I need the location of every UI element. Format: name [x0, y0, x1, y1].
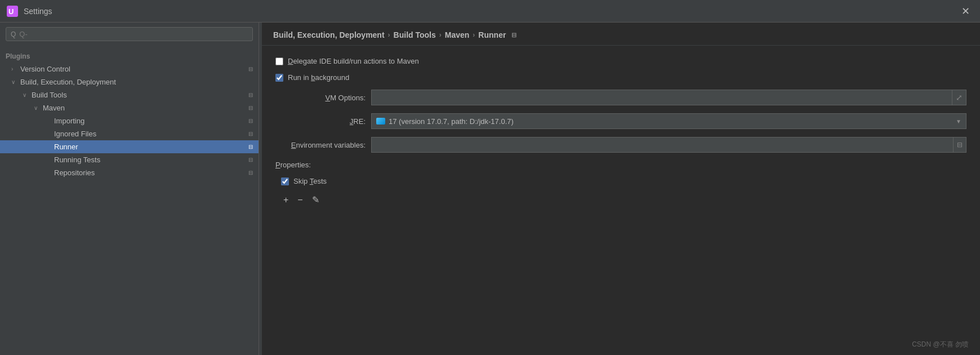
search-box[interactable]: Q — [6, 27, 253, 41]
background-checkbox[interactable] — [275, 74, 283, 82]
vm-options-expand-button[interactable]: ⤢ — [952, 90, 966, 105]
sidebar-item-running-tests[interactable]: Running Tests ⊟ — [0, 153, 259, 166]
sidebar-item-label: Runner — [54, 143, 245, 151]
svg-text:U: U — [8, 7, 14, 16]
repositories-icon: ⊟ — [248, 170, 253, 176]
breadcrumb: Build, Execution, Deployment › Build Too… — [262, 23, 980, 46]
env-vars-row: Environment variables: ⊟ — [275, 137, 966, 153]
sidebar-item-ignored-files[interactable]: Ignored Files ⊟ — [0, 127, 259, 140]
importing-icon: ⊟ — [248, 118, 253, 124]
maven-icon: ⊟ — [248, 105, 253, 111]
sidebar-item-label: Ignored Files — [54, 130, 245, 138]
watermark: CSDN @不喜 勿喷 — [912, 340, 969, 349]
content-area: Build, Execution, Deployment › Build Too… — [262, 23, 980, 355]
breadcrumb-sep-3: › — [473, 31, 475, 39]
skip-tests-row: Skip Tests — [281, 177, 966, 185]
breadcrumb-sep-2: › — [439, 31, 442, 39]
jre-dropdown-text: 17 (version 17.0.7, path: D:/jdk-17.0.7) — [376, 117, 956, 126]
runner-icon: ⊟ — [248, 144, 253, 150]
build-tools-icon: ⊟ — [248, 92, 253, 98]
edit-button[interactable]: ✎ — [310, 193, 322, 206]
maven-arrow: ∨ — [34, 105, 43, 111]
sidebar: Q Plugins › Version Control ⊟ ∨ Build, E… — [0, 23, 259, 355]
background-checkbox-label[interactable]: Run in background — [275, 73, 349, 82]
background-checkbox-text: Run in background — [288, 73, 349, 82]
env-input[interactable] — [371, 137, 954, 153]
breadcrumb-item-4: Runner — [478, 30, 506, 39]
build-tools-arrow: ∨ — [23, 92, 32, 98]
breadcrumb-item-3: Maven — [445, 30, 470, 39]
ignored-files-icon: ⊟ — [248, 131, 253, 137]
breadcrumb-icon: ⊟ — [511, 32, 516, 39]
sidebar-item-label: Importing — [54, 117, 245, 125]
delegate-row: Delegate IDE build/run actions to Maven — [275, 57, 966, 65]
close-button[interactable]: ✕ — [958, 5, 973, 17]
properties-row: Properties: — [275, 161, 966, 169]
sidebar-item-label: Maven — [43, 104, 245, 112]
jre-dropdown-arrow: ▼ — [956, 118, 961, 125]
sidebar-item-label: Repositories — [54, 168, 245, 177]
sidebar-item-label: Build Tools — [32, 91, 245, 99]
app-logo: U — [7, 6, 18, 17]
delegate-checkbox[interactable] — [275, 57, 283, 65]
sidebar-item-build-tools[interactable]: ∨ Build Tools ⊟ — [0, 88, 259, 101]
jre-row: JRE: 17 (version 17.0.7, path: D:/jdk-17… — [275, 113, 966, 129]
properties-label: Properties: — [275, 161, 311, 169]
sidebar-item-repositories[interactable]: Repositories ⊟ — [0, 166, 259, 179]
vm-options-label: VM Options: — [275, 94, 366, 102]
sidebar-item-label: Version Control — [20, 65, 245, 73]
vm-options-input[interactable] — [371, 90, 952, 105]
background-row: Run in background — [275, 73, 966, 82]
version-control-icon: ⊟ — [248, 66, 253, 72]
sidebar-item-maven[interactable]: ∨ Maven ⊟ — [0, 101, 259, 114]
plugins-section-header: Plugins — [0, 48, 259, 63]
skip-tests-text: Skip Tests — [293, 177, 327, 185]
breadcrumb-item-1: Build, Execution, Deployment — [273, 30, 385, 39]
running-tests-icon: ⊟ — [248, 157, 253, 163]
title-bar: U Settings ✕ — [0, 0, 980, 23]
jre-label: JRE: — [275, 117, 366, 126]
sidebar-item-label: Build, Execution, Deployment — [20, 78, 253, 86]
delegate-checkbox-label[interactable]: Delegate IDE build/run actions to Maven — [275, 57, 419, 65]
window-title: Settings — [24, 7, 958, 16]
remove-button[interactable]: − — [295, 194, 305, 206]
sidebar-item-importing[interactable]: Importing ⊟ — [0, 114, 259, 127]
main-layout: Q Plugins › Version Control ⊟ ∨ Build, E… — [0, 23, 980, 355]
breadcrumb-sep-1: › — [388, 31, 390, 39]
jre-value: 17 (version 17.0.7, path: D:/jdk-17.0.7) — [389, 117, 514, 126]
env-input-container: ⊟ — [371, 137, 966, 153]
skip-tests-checkbox-label[interactable]: Skip Tests — [281, 177, 327, 185]
search-input[interactable] — [19, 30, 248, 38]
sidebar-item-build-execution[interactable]: ∨ Build, Execution, Deployment — [0, 76, 259, 88]
env-label: Environment variables: — [275, 141, 366, 149]
add-button[interactable]: + — [281, 194, 291, 206]
search-icon: Q — [11, 30, 16, 38]
settings-panel: Delegate IDE build/run actions to Maven … — [262, 46, 980, 355]
version-control-arrow: › — [11, 66, 20, 72]
skip-tests-checkbox[interactable] — [281, 178, 289, 185]
toolbar-row: + − ✎ — [281, 193, 966, 206]
sidebar-tree: Plugins › Version Control ⊟ ∨ Build, Exe… — [0, 46, 259, 355]
sidebar-item-version-control[interactable]: › Version Control ⊟ — [0, 63, 259, 76]
sidebar-item-label: Running Tests — [54, 156, 245, 164]
env-edit-button[interactable]: ⊟ — [954, 137, 966, 153]
breadcrumb-item-2: Build Tools — [394, 30, 436, 39]
vm-options-input-container: ⤢ — [371, 90, 966, 105]
sidebar-item-runner[interactable]: Runner ⊟ — [0, 140, 259, 153]
jdk-icon — [376, 118, 385, 125]
vm-options-row: VM Options: ⤢ — [275, 90, 966, 105]
build-execution-arrow: ∨ — [11, 79, 20, 85]
jre-dropdown[interactable]: 17 (version 17.0.7, path: D:/jdk-17.0.7)… — [371, 113, 966, 129]
delegate-checkbox-text: Delegate IDE build/run actions to Maven — [288, 57, 419, 65]
